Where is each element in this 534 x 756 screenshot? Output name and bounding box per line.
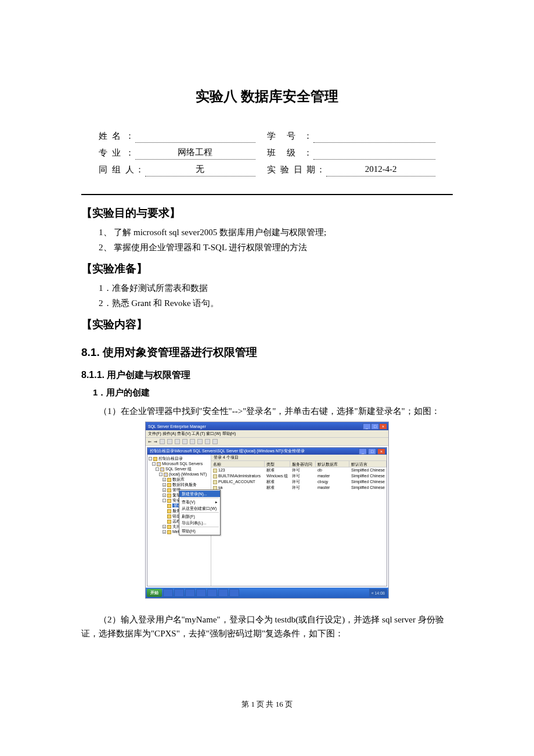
heading-step-1: 1．用户的创建 (93, 387, 453, 398)
login-icon (213, 480, 217, 484)
column-type[interactable]: 类型 (265, 461, 290, 467)
id-value (313, 131, 435, 143)
list-header[interactable]: 名称 类型 服务器访问 默认数据库 默认语言 (211, 461, 387, 467)
menubar[interactable]: 文件(F) 操作(A) 查看(V) 工具(T) 窗口(W) 帮助(H) (146, 430, 388, 438)
tree-view[interactable]: -控制台根目录 -Microsoft SQL Servers -SQL Serv… (147, 455, 211, 586)
major-label: 专 业 ： (99, 146, 135, 160)
login-icon (213, 469, 217, 473)
paragraph-2: （2）输入登录用户名"myName"，登录口令为 testdb(或自行设定)，并… (81, 613, 453, 640)
inner-maximize-button[interactable]: □ (368, 448, 376, 455)
close-button[interactable]: × (379, 423, 387, 430)
toolbar-button[interactable] (197, 439, 203, 444)
forward-icon[interactable]: ⇒ (154, 440, 157, 444)
login-icon (167, 504, 171, 508)
window-title: SQL Server Enterprise Manager (148, 424, 206, 429)
date-value: 2012-4-2 (326, 162, 435, 177)
menu-item-refresh[interactable]: 刷新(F) (179, 513, 220, 520)
tree-item[interactable]: +数据库 (149, 477, 210, 482)
paragraph-1: （1）在企业管理器中找到"安全性"-->"登录名"，并单击右键，选择"新建登录名… (81, 404, 453, 418)
system-tray[interactable]: « 14:08 (369, 589, 387, 597)
window-titlebar[interactable]: SQL Server Enterprise Manager _ □ × (146, 422, 388, 430)
folder-icon (167, 478, 171, 482)
mdi-child-window: 控制台根目录\Microsoft SQL Servers\SQL Server … (147, 447, 387, 586)
content-header: 【实验内容】 (81, 317, 453, 332)
goal-item-1: 1、 了解 microsoft sql sever2005 数据库用户创建与权限… (99, 225, 453, 239)
tree-item[interactable]: -SQL Server 组 (149, 466, 210, 471)
toolbar-button[interactable] (175, 439, 180, 444)
tree-root[interactable]: -控制台根目录 (149, 456, 210, 461)
column-default-db[interactable]: 默认数据库 (316, 461, 349, 467)
role-icon (167, 509, 171, 513)
linked-server-icon (167, 514, 171, 519)
folder-icon (167, 494, 171, 498)
screenshot-figure: SQL Server Enterprise Manager _ □ × 文件(F… (145, 422, 389, 599)
taskbar-item[interactable] (229, 589, 239, 597)
inner-title: 控制台根目录\Microsoft SQL Servers\SQL Server … (150, 448, 305, 454)
prep-header: 【实验准备】 (81, 261, 453, 276)
major-value: 网络工程 (135, 145, 256, 160)
class-label: 班 级 ： (267, 146, 313, 160)
folder-icon (153, 457, 157, 461)
prep-item-2: 2．熟悉 Grant 和 Revoke 语句。 (99, 296, 453, 310)
name-value (135, 131, 256, 143)
toolbar-button[interactable] (182, 439, 187, 444)
divider (81, 194, 453, 195)
folder-icon (167, 525, 171, 529)
inner-titlebar[interactable]: 控制台根目录\Microsoft SQL Servers\SQL Server … (147, 448, 387, 455)
taskbar-item[interactable] (207, 589, 217, 597)
taskbar-item[interactable] (196, 589, 206, 597)
start-button[interactable]: 开始 (147, 589, 162, 597)
toolbar-button[interactable] (212, 439, 218, 444)
page-footer: 第 1 页 共 16 页 (0, 699, 534, 710)
server-group-icon (157, 462, 161, 466)
menu-item-new-login[interactable]: 新建登录(N)... (179, 491, 220, 497)
toolbar-button[interactable] (167, 439, 172, 444)
taskbar-item[interactable] (163, 589, 173, 597)
toolbar[interactable]: ⇐ ⇒ (146, 438, 388, 446)
tree-item[interactable]: +数据转换服务 (149, 482, 210, 487)
folder-icon (167, 483, 171, 487)
name-label: 姓 名 ： (99, 129, 135, 143)
list-view[interactable]: 登录 4 个项目 名称 类型 服务器访问 默认数据库 默认语言 123 标准 许… (211, 455, 387, 586)
column-default-lang[interactable]: 默认语言 (349, 461, 387, 467)
maximize-button[interactable]: □ (371, 423, 379, 430)
toolbar-button[interactable] (160, 439, 165, 444)
taskbar[interactable]: 开始 « 14:08 (146, 588, 388, 598)
login-icon (213, 474, 217, 478)
list-row[interactable]: 123 标准 许可 db Simplified Chinese (211, 467, 387, 473)
list-row[interactable]: sa 标准 许可 master Simplified Chinese (211, 485, 387, 491)
minimize-button[interactable]: _ (363, 423, 371, 430)
toolbar-button[interactable] (205, 439, 210, 444)
menu-item-export[interactable]: 导出列表(L)... (179, 520, 220, 526)
inner-close-button[interactable]: × (377, 448, 385, 455)
taskbar-item[interactable] (185, 589, 195, 597)
class-value (313, 148, 435, 160)
menu-item-help[interactable]: 帮助(H) (179, 528, 220, 534)
list-row[interactable]: PUBLIC_ACCOUNT 标准 许可 cbsqy Simplified Ch… (211, 479, 387, 485)
inner-minimize-button[interactable]: _ (359, 448, 367, 455)
list-row[interactable]: BUILTIN\Administrators Windows 组 许可 mast… (211, 473, 387, 479)
taskbar-item[interactable] (174, 589, 184, 597)
heading-8-1: 8.1. 使用对象资管理器进行权限管理 (81, 345, 453, 360)
context-menu[interactable]: 新建登录(N)... 查看(V)▸ 从这里创建窗口(W) 刷新(F) 导出列表(… (179, 489, 221, 535)
info-block: 姓 名 ： 学 号 ： 专 业 ： 网络工程 班 级 ： 同 组 人： 无 实 … (81, 129, 453, 188)
prep-item-1: 1．准备好测试所需表和数据 (99, 281, 453, 295)
taskbar-item[interactable] (218, 589, 228, 597)
back-icon[interactable]: ⇐ (148, 440, 151, 444)
folder-icon (167, 499, 171, 503)
id-label: 学 号 ： (267, 129, 313, 143)
menu-item-new-window[interactable]: 从这里创建窗口(W) (179, 505, 220, 512)
tree-item[interactable]: -Microsoft SQL Servers (149, 461, 210, 466)
group-value: 无 (145, 162, 256, 177)
date-label: 实 验 日 期： (267, 163, 326, 177)
goal-item-2: 2、 掌握使用企业管理器和 T-SQL 进行权限管理的方法 (99, 240, 453, 254)
goal-header: 【实验目的与要求】 (81, 206, 453, 221)
heading-8-1-1: 8.1.1. 用户创建与权限管理 (81, 369, 453, 381)
column-access[interactable]: 服务器访问 (290, 461, 316, 467)
tree-item[interactable]: -(local) (Windows NT) (149, 471, 210, 477)
toolbar-button[interactable] (190, 439, 195, 444)
group-label: 同 组 人： (99, 163, 145, 177)
document-title: 实验八 数据库安全管理 (81, 87, 453, 106)
column-name[interactable]: 名称 (211, 461, 265, 467)
menu-item-view[interactable]: 查看(V)▸ (179, 499, 220, 505)
